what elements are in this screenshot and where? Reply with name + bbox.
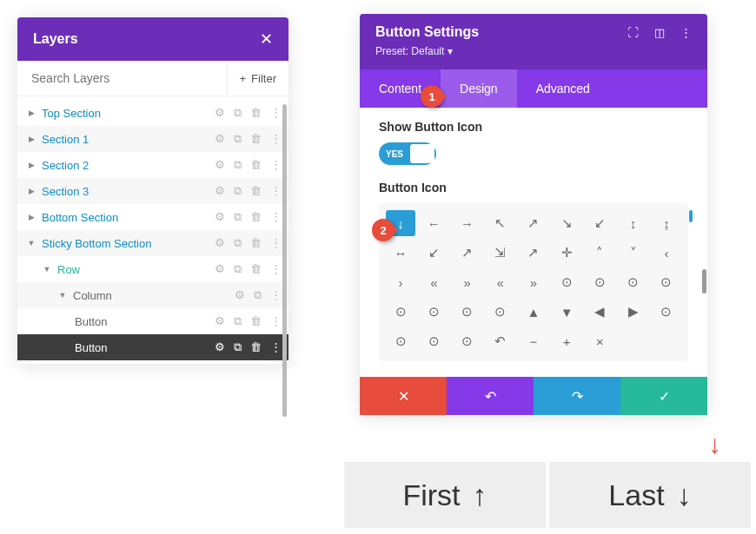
scrollbar[interactable]	[282, 104, 287, 417]
more-icon[interactable]: ⋮	[270, 236, 282, 250]
copy-icon[interactable]: ⧉	[234, 314, 242, 328]
icon-option[interactable]: ⊙	[386, 299, 415, 325]
layer-row[interactable]: ▶Top Section⚙⧉🗑⋮	[17, 100, 288, 126]
layer-row[interactable]: ▶Section 2⚙⧉🗑⋮	[17, 152, 288, 178]
icon-option[interactable]: ⊙	[652, 299, 681, 325]
scrollbar[interactable]	[702, 269, 706, 293]
filter-button[interactable]: +Filter	[227, 63, 288, 94]
preset-selector[interactable]: Preset: Default ▾	[375, 45, 692, 57]
icon-option[interactable]: ↘	[552, 210, 581, 236]
gear-icon[interactable]: ⚙	[215, 340, 225, 354]
gear-icon[interactable]: ⚙	[215, 262, 225, 276]
icon-option[interactable]: ×	[585, 328, 614, 354]
icon-option[interactable]: »	[452, 269, 481, 295]
gear-icon[interactable]: ⚙	[215, 314, 225, 328]
icon-option[interactable]: ⊙	[619, 269, 648, 295]
icon-option[interactable]: ⊙	[386, 328, 415, 354]
icon-option[interactable]: «	[486, 269, 515, 295]
icon-option[interactable]: ▶	[619, 299, 648, 325]
show-icon-toggle[interactable]: YES	[379, 142, 436, 165]
first-button[interactable]: First↑	[344, 462, 546, 528]
icon-option[interactable]: ▲	[519, 299, 548, 325]
layer-row[interactable]: ▼Row⚙⧉🗑⋮	[17, 256, 288, 282]
icon-option[interactable]: ⊙	[452, 328, 481, 354]
trash-icon[interactable]: 🗑	[250, 314, 262, 328]
expand-icon[interactable]: ▶	[24, 109, 38, 117]
search-input[interactable]	[17, 61, 227, 96]
more-icon[interactable]: ⋮	[270, 288, 282, 302]
cancel-button[interactable]: ✕	[360, 377, 447, 415]
collapse-icon[interactable]: ▼	[40, 265, 54, 274]
copy-icon[interactable]: ⧉	[234, 132, 242, 146]
icon-option[interactable]: ›	[386, 269, 415, 295]
icon-option[interactable]: ▼	[552, 299, 581, 325]
trash-icon[interactable]: 🗑	[250, 158, 262, 172]
copy-icon[interactable]: ⧉	[234, 158, 242, 172]
icon-option[interactable]: ↖	[486, 210, 515, 236]
icon-option[interactable]: ←	[419, 210, 448, 236]
more-icon[interactable]: ⋮	[270, 340, 282, 354]
tab-design[interactable]: Design	[441, 69, 517, 108]
layer-row-selected[interactable]: Button⚙⧉🗑⋮	[17, 334, 288, 360]
layer-row[interactable]: ▶Bottom Section⚙⧉🗑⋮	[17, 204, 288, 230]
expand-icon[interactable]: ▶	[24, 187, 38, 195]
icon-option[interactable]: ↗	[452, 240, 481, 266]
gear-icon[interactable]: ⚙	[215, 210, 225, 224]
redo-button[interactable]: ↷	[534, 377, 620, 415]
copy-icon[interactable]: ⧉	[234, 262, 242, 276]
gear-icon[interactable]: ⚙	[215, 106, 225, 120]
copy-icon[interactable]: ⧉	[234, 340, 242, 354]
icon-option[interactable]: »	[519, 269, 548, 295]
icon-option[interactable]: ˄	[585, 240, 614, 266]
icon-option[interactable]: −	[519, 328, 548, 354]
icon-option[interactable]: ‹	[652, 240, 681, 266]
icon-option[interactable]: ↨	[652, 210, 681, 236]
icon-option[interactable]: →	[452, 210, 481, 236]
expand-icon[interactable]: ▶	[24, 161, 38, 169]
icon-option[interactable]: ↶	[486, 328, 515, 354]
icon-option[interactable]: «	[419, 269, 448, 295]
icon-option[interactable]: ˅	[619, 240, 648, 266]
trash-icon[interactable]: 🗑	[250, 262, 262, 276]
icon-option[interactable]: ↕	[619, 210, 648, 236]
expand-icon[interactable]: ⛶	[627, 26, 639, 39]
icon-option[interactable]: ◀	[585, 299, 614, 325]
icon-option[interactable]: ↗	[519, 210, 548, 236]
layer-row[interactable]: Button⚙⧉🗑⋮	[17, 308, 288, 334]
icon-option[interactable]: +	[552, 328, 581, 354]
copy-icon[interactable]: ⧉	[234, 184, 242, 198]
more-icon[interactable]: ⋮	[270, 158, 282, 172]
more-icon[interactable]: ⋮	[270, 106, 282, 120]
icon-option[interactable]: ↙	[585, 210, 614, 236]
icon-option[interactable]: ⊙	[419, 328, 448, 354]
trash-icon[interactable]: 🗑	[250, 106, 262, 120]
icon-option[interactable]: ↙	[419, 240, 448, 266]
copy-icon[interactable]: ⧉	[254, 288, 262, 302]
tab-advanced[interactable]: Advanced	[517, 69, 609, 108]
gear-icon[interactable]: ⚙	[215, 158, 225, 172]
icon-option[interactable]: ⊙	[552, 269, 581, 295]
icon-option[interactable]: ↔	[386, 240, 415, 266]
icon-option[interactable]: ⊙	[652, 269, 681, 295]
copy-icon[interactable]: ⧉	[234, 236, 242, 250]
gear-icon[interactable]: ⚙	[215, 132, 225, 146]
icon-option[interactable]: ↗	[519, 240, 548, 266]
expand-icon[interactable]: ▶	[24, 213, 38, 221]
copy-icon[interactable]: ⧉	[234, 210, 242, 224]
more-icon[interactable]: ⋮	[270, 314, 282, 328]
undo-button[interactable]: ↶	[447, 377, 534, 415]
gear-icon[interactable]: ⚙	[215, 236, 225, 250]
more-icon[interactable]: ⋮	[270, 262, 282, 276]
icon-option[interactable]: ⊙	[419, 299, 448, 325]
trash-icon[interactable]: 🗑	[250, 236, 262, 250]
trash-icon[interactable]: 🗑	[250, 210, 262, 224]
trash-icon[interactable]: 🗑	[250, 184, 262, 198]
icon-option[interactable]: ⊙	[486, 299, 515, 325]
copy-icon[interactable]: ⧉	[234, 106, 242, 120]
more-icon[interactable]: ⋮	[270, 210, 282, 224]
dock-icon[interactable]: ◫	[654, 26, 665, 39]
more-icon[interactable]: ⋮	[270, 184, 282, 198]
layer-row[interactable]: ▶Section 3⚙⧉🗑⋮	[17, 178, 288, 204]
save-button[interactable]: ✓	[620, 377, 707, 415]
expand-icon[interactable]: ▶	[24, 135, 38, 143]
